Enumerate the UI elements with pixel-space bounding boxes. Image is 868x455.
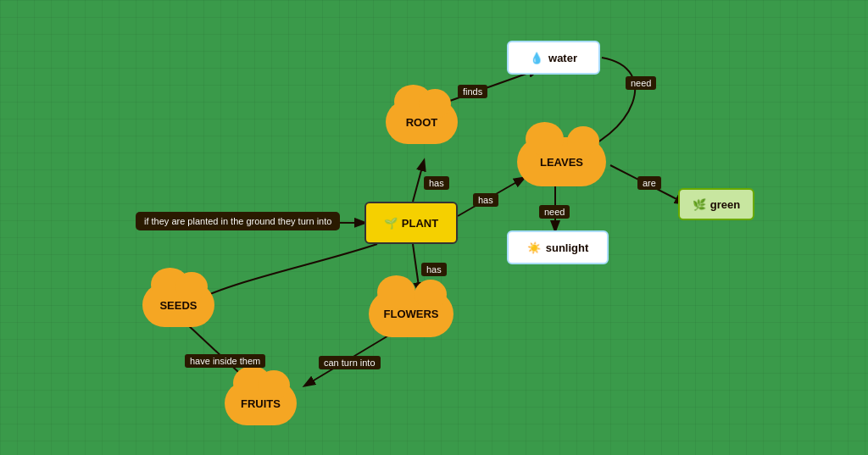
plant-icon: 🌱 [384, 217, 398, 230]
plant-node: 🌱 PLANT [364, 202, 458, 244]
label-seeds-fruits: have inside them [185, 354, 265, 368]
long-planted-label: if they are planted in the ground they t… [136, 212, 340, 230]
label-plant-flowers: has [421, 263, 447, 276]
green-icon: 🌿 [693, 198, 706, 211]
label-plant-leaves: has [473, 193, 498, 207]
root-cloud-inner: ROOT [386, 100, 458, 144]
plant-label: 🌱 PLANT [384, 217, 438, 230]
water-icon: 💧 [530, 52, 543, 64]
svg-line-2 [413, 161, 424, 202]
fruits-node: FRUITS [225, 381, 297, 425]
label-leaves-green: are [637, 176, 661, 190]
seeds-node: SEEDS [142, 283, 214, 327]
label-flowers-fruits: can turn into [319, 356, 381, 369]
flowers-cloud-inner: FLOWERS [369, 291, 453, 337]
seeds-cloud-inner: SEEDS [142, 283, 214, 327]
flowers-node: FLOWERS [369, 291, 453, 337]
fruits-cloud-inner: FRUITS [225, 381, 297, 425]
leaves-cloud-inner: LEAVES [517, 137, 606, 186]
label-root-water: finds [458, 85, 487, 98]
water-node: 💧 water [507, 41, 600, 75]
label-water-leaves: need [626, 76, 656, 90]
label-leaves-sunlight: need [539, 205, 570, 219]
sunlight-node: ☀️ sunlight [507, 230, 609, 264]
leaves-node: LEAVES [517, 137, 606, 186]
sunlight-icon: ☀️ [527, 241, 541, 254]
root-node: ROOT [386, 100, 458, 144]
green-node: 🌿 green [678, 188, 754, 220]
label-plant-root: has [424, 176, 449, 190]
